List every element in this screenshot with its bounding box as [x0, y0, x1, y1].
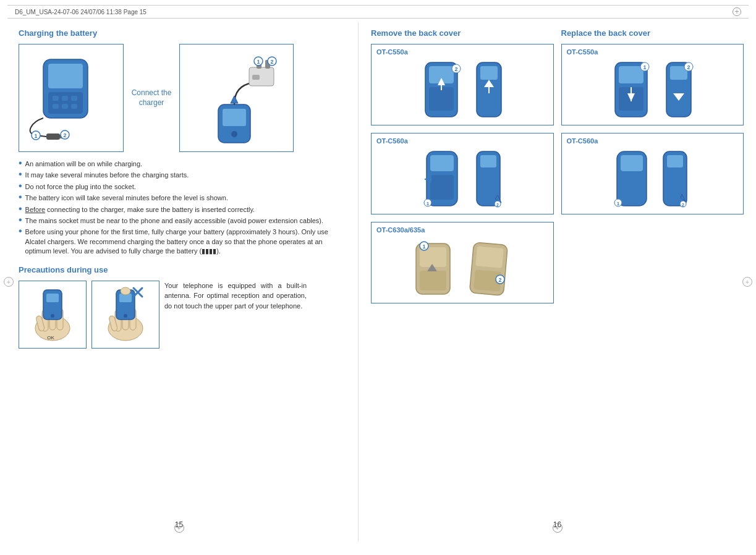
svg-rect-71 [420, 271, 446, 290]
svg-text:1: 1 [34, 133, 37, 139]
svg-rect-21 [252, 75, 260, 80]
charging-left-image: 1 2 [19, 44, 124, 152]
precautions-images-container: OK [19, 281, 346, 349]
svg-rect-60 [430, 175, 454, 200]
svg-point-44 [121, 287, 130, 295]
svg-point-34 [51, 314, 54, 318]
svg-rect-3 [53, 96, 59, 101]
svg-rect-97 [667, 155, 683, 167]
svg-rect-4 [62, 96, 68, 101]
svg-text:2: 2 [496, 203, 499, 207]
replace-column: Replace the back cover OT-C550a 1 [561, 28, 744, 311]
svg-rect-59 [430, 155, 454, 171]
svg-marker-26 [231, 96, 238, 103]
page-right: + Remove the back cover OT-C550a [359, 22, 756, 541]
svg-rect-65 [480, 155, 496, 167]
model-images-c550a-replace: 1 2 [567, 59, 739, 121]
bullet-dot-4: • [19, 192, 22, 202]
svg-text:2: 2 [63, 132, 66, 138]
model-label-c560a-remove: OT-C560a [376, 137, 548, 145]
connect-charger-label: Connect the charger [130, 88, 173, 108]
bullet-item-5: • Before connecting to the charger, make… [19, 205, 346, 214]
pages-container: + Charging the battery [0, 22, 756, 541]
svg-text:2: 2 [454, 66, 457, 72]
bullet-item-2: • It may take several minutes before the… [19, 171, 346, 180]
bullet-item-7: • Before using your phone for the first … [19, 227, 346, 256]
model-images-c560a-remove: 1 2 [376, 148, 548, 210]
header-bar: D6_UM_USA-24-07-06 24/07/06 11:38 Page 1… [7, 5, 749, 19]
bullet-dot-6: • [19, 215, 22, 225]
header-text: D6_UM_USA-24-07-06 24/07/06 11:38 Page 1… [15, 9, 147, 15]
model-images-c550a-remove: 2 [376, 59, 548, 121]
c630a-phone1: 1 [410, 237, 459, 299]
svg-text:2: 2 [498, 277, 501, 283]
svg-text:2: 2 [687, 64, 690, 70]
svg-point-43 [124, 314, 127, 318]
bullet-dot-5: • [19, 204, 22, 214]
bullet-dot-2: • [19, 169, 22, 179]
remove-column: Remove the back cover OT-C550a [371, 28, 554, 311]
svg-rect-7 [62, 104, 68, 109]
svg-rect-6 [53, 104, 59, 109]
model-label-c550a-remove: OT-C550a [376, 48, 548, 56]
side-reg-mark-left: + [4, 277, 14, 287]
svg-text:1: 1 [422, 244, 425, 250]
bullet-dot-1: • [19, 158, 22, 168]
precaution-wrong-svg [98, 285, 153, 344]
svg-rect-5 [71, 96, 77, 101]
spacer-replace [561, 222, 744, 296]
charging-heading: Charging the battery [19, 28, 346, 38]
header-crosshair [733, 7, 741, 16]
svg-rect-9 [46, 133, 60, 140]
remove-heading: Remove the back cover [371, 28, 554, 38]
model-label-c560a-replace: OT-C560a [567, 137, 739, 145]
c550a-remove-phone2 [472, 59, 506, 121]
model-box-c560a-replace: OT-C560a 1 [561, 133, 744, 214]
model-label-c550a-replace: OT-C550a [567, 48, 739, 56]
svg-rect-8 [71, 104, 77, 109]
page-left: + Charging the battery [0, 22, 359, 541]
replace-heading: Replace the back cover [561, 28, 744, 38]
svg-rect-76 [475, 246, 504, 268]
bullet-item-6: • The mains socket must be near to the p… [19, 216, 346, 226]
precautions-text: Your telephone is equipped with a built-… [164, 281, 307, 311]
c550a-replace-phone2: 2 [661, 59, 695, 121]
right-sections: Remove the back cover OT-C550a [371, 28, 744, 311]
svg-text:1: 1 [257, 59, 260, 65]
svg-text:OK: OK [47, 335, 54, 341]
model-images-c630a-remove: 1 2 [376, 237, 548, 299]
svg-rect-1 [48, 64, 83, 88]
c630a-phone2: 2 [465, 237, 515, 299]
svg-rect-33 [46, 294, 59, 302]
svg-rect-81 [619, 66, 643, 83]
charging-images: 1 2 Connect the charger [19, 44, 346, 152]
svg-text:2: 2 [682, 203, 684, 207]
model-box-c550a-replace: OT-C550a 1 [561, 44, 744, 125]
svg-text:1: 1 [427, 201, 430, 206]
precaution-image-1: OK [19, 281, 87, 349]
bullet-item-3: • Do not force the plug into the socket. [19, 182, 346, 192]
charging-section: Charging the battery [19, 28, 346, 256]
charging-phone-svg: 1 2 [25, 50, 117, 146]
svg-rect-55 [480, 66, 498, 80]
model-box-c560a-remove: OT-C560a 1 [371, 133, 554, 214]
bullet-list: • An animation will be on while charging… [19, 159, 346, 256]
bullet-item-1: • An animation will be on while charging… [19, 159, 346, 169]
c560a-replace-phone1: 1 [612, 148, 652, 210]
model-box-c550a-remove: OT-C550a 2 [371, 44, 554, 125]
svg-rect-93 [621, 155, 643, 171]
model-label-c630a-remove: OT-C630a/635a [376, 226, 548, 234]
precautions-heading: Precautions during use [19, 265, 346, 274]
precautions-section: Precautions during use [19, 265, 346, 349]
charging-wall-svg: 1 2 [184, 49, 289, 148]
precaution-phone-hand-svg: OK [25, 285, 80, 344]
svg-rect-49 [429, 87, 454, 111]
svg-text:1: 1 [643, 64, 647, 70]
bottom-crosshair-right [553, 523, 563, 533]
bottom-crosshair-left [174, 523, 184, 533]
model-box-c630a-remove: OT-C630a/635a 1 [371, 222, 554, 303]
charging-right-image: 1 2 [179, 44, 294, 152]
svg-rect-16 [223, 109, 246, 126]
bullet-dot-7: • [19, 226, 22, 236]
model-images-c560a-replace: 1 2 [567, 148, 739, 210]
